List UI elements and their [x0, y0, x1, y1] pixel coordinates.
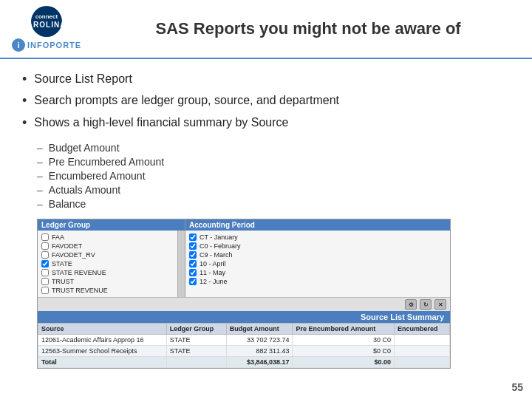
dash-item-3: –Encumbered Amount	[37, 170, 510, 182]
header: connectAROLINA i INFOPORTE SAS Reports y…	[0, 0, 532, 59]
ledger-label-faa: FAA	[52, 233, 64, 241]
list-item: STATE	[40, 259, 175, 268]
period-checkbox-jan[interactable]	[189, 233, 197, 241]
list-item: FAVODET_RV	[40, 250, 175, 259]
ledger-label-trust-revenue: TRUST REVENUE	[52, 287, 108, 294]
logo-area: connectAROLINA i INFOPORTE	[12, 6, 81, 52]
dash-item-4: –Actuals Amount	[37, 184, 510, 196]
dash-section: –Budget Amount –Pre Encumbered Amount –E…	[37, 142, 510, 210]
table-total-row: Total $3,846,038.17 $0.00	[38, 357, 450, 368]
main-content: • Source List Report • Search prompts ar…	[0, 59, 532, 376]
dash-item-5: –Balance	[37, 198, 510, 210]
period-label-mar: C9 - March	[200, 251, 233, 259]
ledger-checkbox-state-revenue[interactable]	[41, 269, 49, 276]
period-label-apr: 10 - April	[200, 260, 226, 267]
dash-list: –Budget Amount –Pre Encumbered Amount –E…	[37, 142, 510, 210]
ledger-label-favodet: FAVODET	[52, 242, 82, 250]
col-budget: Budget Amount	[226, 324, 293, 335]
period-checkbox-jun[interactable]	[189, 278, 197, 285]
ledger-checkbox-trust-revenue[interactable]	[41, 287, 49, 294]
dash-item-2: –Pre Encumbered Amount	[37, 156, 510, 168]
col-source: Source	[38, 324, 167, 335]
period-checkbox-feb[interactable]	[189, 242, 197, 250]
ledger-scrollbar[interactable]	[177, 231, 185, 297]
row2-enc	[395, 346, 450, 357]
slide-number: 55	[511, 381, 523, 393]
ledger-label-trust: TRUST	[52, 278, 74, 285]
bullet-item-2: • Search prompts are ledger group, sourc…	[22, 92, 510, 109]
row2-budget: 882 311.43	[226, 346, 293, 357]
ledger-checkbox-trust[interactable]	[41, 278, 49, 285]
list-item: CT - January	[188, 233, 448, 242]
list-item: FAA	[40, 233, 175, 242]
period-checkbox-mar[interactable]	[189, 251, 197, 259]
bullet-dot-1: •	[22, 71, 27, 88]
period-label-jan: CT - January	[200, 233, 238, 241]
bullet-text-3: Shows a high-level financial summary by …	[34, 115, 288, 131]
ledger-checkbox-favodet[interactable]	[41, 242, 49, 250]
list-item: 12 - June	[188, 277, 448, 286]
table-row: 12061-Academic Affairs Approp 16 STATE 3…	[38, 335, 450, 346]
bullet-text-1: Source List Report	[34, 71, 132, 87]
ledger-panel: Ledger Group FAA FAVODET	[38, 219, 185, 297]
row1-source: 12061-Academic Affairs Approp 16	[38, 335, 167, 346]
row1-ledger: STATE	[166, 335, 226, 346]
logo-connect-carolina: connectAROLINA	[31, 6, 62, 37]
bullet-dot-3: •	[22, 115, 27, 132]
bullet-dot-2: •	[22, 92, 27, 109]
period-label-may: 11 - May	[200, 269, 225, 276]
row2-pre-enc: $0 C0	[293, 346, 395, 357]
dash-item-1: –Budget Amount	[37, 142, 510, 154]
ledger-content: FAA FAVODET FAVODET_RV	[38, 231, 185, 297]
logo-circle: connectAROLINA	[31, 6, 62, 37]
ledger-label-state: STATE	[52, 260, 72, 267]
toolbar-close-icon[interactable]: ✕	[434, 299, 446, 310]
total-empty	[166, 357, 226, 368]
col-enc: Encumbered	[395, 324, 450, 335]
sas-toolbar: ⚙ ↻ ✕	[38, 297, 450, 311]
period-list: CT - January C0 - February C9 - March	[185, 231, 450, 288]
ledger-panel-title: Ledger Group	[38, 219, 185, 231]
ledger-list: FAA FAVODET FAVODET_RV	[38, 231, 177, 297]
row1-budget: 33 702 723.74	[226, 335, 293, 346]
toolbar-filter-icon[interactable]: ⚙	[405, 299, 417, 310]
ledger-checkbox-state[interactable]	[41, 260, 49, 267]
list-item: C9 - March	[188, 250, 448, 259]
source-summary-header: Source List Summary	[38, 311, 450, 323]
content-left: –Budget Amount –Pre Encumbered Amount –E…	[22, 142, 510, 369]
ledger-label-state-revenue: STATE REVENUE	[52, 269, 106, 276]
period-checkbox-may[interactable]	[189, 269, 197, 276]
table-row: 12563-Summer School Receipts STATE 882 3…	[38, 346, 450, 357]
total-pre-enc: $0.00	[293, 357, 395, 368]
total-label: Total	[38, 357, 167, 368]
row2-ledger: STATE	[166, 346, 226, 357]
row1-pre-enc: 30 C0	[293, 335, 395, 346]
period-checkbox-apr[interactable]	[189, 260, 197, 267]
col-ledger: Ledger Group	[166, 324, 226, 335]
infoporte-label: INFOPORTE	[27, 41, 81, 50]
bullet-list: • Source List Report • Search prompts ar…	[22, 71, 510, 132]
period-label-feb: C0 - February	[200, 242, 241, 250]
list-item: FAVODET	[40, 242, 175, 250]
period-panel: Accounting Period CT - January C0 - Febr…	[185, 219, 450, 297]
bullet-item-3: • Shows a high-level financial summary b…	[22, 115, 510, 132]
ledger-checkbox-favodet-rv[interactable]	[41, 251, 49, 259]
period-panel-title: Accounting Period	[185, 219, 450, 231]
row2-source: 12563-Summer School Receipts	[38, 346, 167, 357]
col-pre-enc: Pre Encumbered Amount	[293, 324, 395, 335]
total-enc	[395, 357, 450, 368]
page-title: SAS Reports you might not be aware of	[96, 19, 520, 38]
list-item: TRUST REVENUE	[40, 286, 175, 295]
row1-enc	[395, 335, 450, 346]
sas-screenshot: Ledger Group FAA FAVODET	[37, 219, 451, 369]
toolbar-refresh-icon[interactable]: ↻	[420, 299, 432, 310]
period-label-jun: 12 - June	[200, 278, 228, 285]
info-icon: i	[12, 38, 25, 52]
infoporte-badge: i INFOPORTE	[12, 38, 81, 52]
list-item: 11 - May	[188, 268, 448, 277]
list-item: STATE REVENUE	[40, 268, 175, 277]
ledger-checkbox-faa[interactable]	[41, 233, 49, 241]
sas-panels: Ledger Group FAA FAVODET	[38, 219, 450, 297]
bullet-text-2: Search prompts are ledger group, source,…	[34, 92, 339, 109]
list-item: C0 - February	[188, 242, 448, 250]
